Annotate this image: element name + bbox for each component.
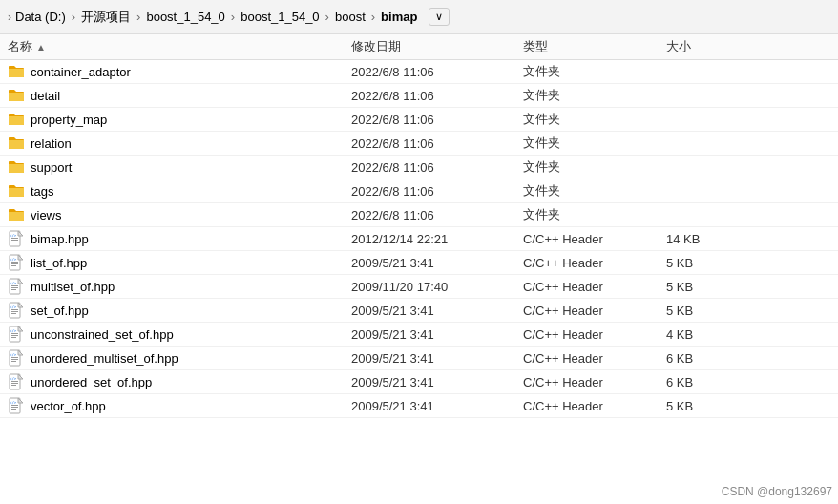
svg-rect-11 <box>11 285 18 286</box>
file-type: C/C++ Header <box>523 304 666 318</box>
sort-arrow-icon: ▲ <box>36 42 46 52</box>
file-name: unordered_multiset_of.hpp <box>31 351 178 366</box>
table-row[interactable]: </> vector_of.hpp 2009/5/21 3:41 C/C++ H… <box>0 394 838 418</box>
watermark: CSDN @dong132697 <box>722 485 832 498</box>
folder-name: views <box>31 208 62 222</box>
svg-text:</>: </> <box>10 304 17 309</box>
table-row[interactable]: </> multiset_of.hpp 2009/11/20 17:40 C/C… <box>0 275 838 299</box>
file-type: C/C++ Header <box>523 232 666 246</box>
folder-date: 2022/6/8 11:06 <box>351 160 523 175</box>
svg-text:</>: </> <box>10 233 17 238</box>
sep4: › <box>325 10 329 24</box>
sep1: › <box>72 10 75 24</box>
svg-rect-7 <box>11 263 18 264</box>
file-date: 2009/11/20 17:40 <box>351 280 523 294</box>
folder-name-cell: tags <box>8 183 351 199</box>
file-icon: </> <box>8 397 25 414</box>
folder-name: tags <box>31 184 54 199</box>
table-row[interactable]: </> unordered_set_of.hpp 2009/5/21 3:41 … <box>0 370 838 394</box>
file-name: unordered_set_of.hpp <box>31 375 152 389</box>
folder-date: 2022/6/8 11:06 <box>351 89 523 103</box>
col-header-date[interactable]: 修改日期 <box>351 38 523 55</box>
file-list: container_adaptor 2022/6/8 11:06 文件夹 det… <box>0 60 838 418</box>
sep2: › <box>136 10 140 24</box>
breadcrumb-boost-inner[interactable]: boost_1_54_0 <box>241 10 319 24</box>
file-icon: </> <box>8 349 25 367</box>
folder-type: 文件夹 <box>523 182 666 200</box>
breadcrumb-boost-root[interactable]: boost_1_54_0 <box>146 10 224 24</box>
col-header-size[interactable]: 大小 <box>666 38 762 55</box>
svg-rect-13 <box>11 289 16 290</box>
folder-name: detail <box>31 89 60 103</box>
file-icon: </> <box>8 326 25 343</box>
file-size: 6 KB <box>666 351 762 366</box>
folder-type: 文件夹 <box>523 111 666 128</box>
table-row[interactable]: </> bimap.hpp 2012/12/14 22:21 C/C++ Hea… <box>0 227 838 251</box>
svg-rect-33 <box>11 385 16 386</box>
file-name: unconstrained_set_of.hpp <box>31 327 174 342</box>
folder-name-cell: support <box>8 159 351 175</box>
file-icon: </> <box>8 254 25 271</box>
breadcrumb-drive[interactable]: Data (D:) <box>15 10 66 24</box>
file-date: 2009/5/21 3:41 <box>351 304 523 318</box>
file-name: set_of.hpp <box>31 304 89 318</box>
folder-name: property_map <box>31 113 107 127</box>
svg-rect-23 <box>11 337 16 338</box>
svg-rect-36 <box>11 405 18 406</box>
file-size: 5 KB <box>666 280 762 294</box>
svg-rect-17 <box>11 311 18 312</box>
table-row[interactable]: </> unordered_multiset_of.hpp 2009/5/21 … <box>0 346 838 370</box>
file-type: C/C++ Header <box>523 256 666 270</box>
breadcrumb-open-source[interactable]: 开源项目 <box>81 9 131 26</box>
file-name-cell: </> multiset_of.hpp <box>8 278 351 295</box>
file-date: 2009/5/21 3:41 <box>351 327 523 342</box>
table-row[interactable]: relation 2022/6/8 11:06 文件夹 <box>0 132 838 156</box>
table-row[interactable]: tags 2022/6/8 11:06 文件夹 <box>0 179 838 203</box>
file-type: C/C++ Header <box>523 280 666 294</box>
folder-icon <box>8 136 25 151</box>
folder-name-cell: property_map <box>8 112 351 127</box>
folder-type: 文件夹 <box>523 158 666 176</box>
folder-icon <box>8 207 25 222</box>
breadcrumb-boost-lib[interactable]: boost <box>335 10 366 24</box>
folder-date: 2022/6/8 11:06 <box>351 184 523 199</box>
svg-rect-2 <box>11 240 18 241</box>
folder-icon <box>8 159 25 175</box>
folder-name-cell: relation <box>8 136 351 151</box>
table-row[interactable]: property_map 2022/6/8 11:06 文件夹 <box>0 108 838 132</box>
sep3: › <box>231 10 235 24</box>
svg-rect-28 <box>11 361 16 362</box>
svg-rect-16 <box>11 309 18 310</box>
file-name: list_of.hpp <box>31 256 87 270</box>
file-name: multiset_of.hpp <box>31 280 115 294</box>
table-row[interactable]: views 2022/6/8 11:06 文件夹 <box>0 203 838 227</box>
svg-rect-12 <box>11 287 18 288</box>
folder-type: 文件夹 <box>523 87 666 104</box>
file-size: 6 KB <box>666 375 762 389</box>
col-header-name[interactable]: 名称 ▲ <box>8 38 351 55</box>
address-dropdown-button[interactable]: ∨ <box>429 8 450 26</box>
table-row[interactable]: </> list_of.hpp 2009/5/21 3:41 C/C++ Hea… <box>0 251 838 275</box>
file-size: 5 KB <box>666 399 762 413</box>
file-name-cell: </> unconstrained_set_of.hpp <box>8 326 351 343</box>
breadcrumb-bimap[interactable]: bimap <box>381 10 417 24</box>
folder-date: 2022/6/8 11:06 <box>351 113 523 127</box>
file-name-cell: </> bimap.hpp <box>8 230 351 247</box>
svg-text:</>: </> <box>10 400 17 405</box>
file-date: 2009/5/21 3:41 <box>351 375 523 389</box>
table-row[interactable]: </> unconstrained_set_of.hpp 2009/5/21 3… <box>0 323 838 346</box>
file-date: 2012/12/14 22:21 <box>351 232 523 246</box>
folder-type: 文件夹 <box>523 206 666 223</box>
svg-text:</>: </> <box>10 328 17 333</box>
file-date: 2009/5/21 3:41 <box>351 351 523 366</box>
file-icon: </> <box>8 278 25 295</box>
folder-name: relation <box>31 136 72 151</box>
file-type: C/C++ Header <box>523 351 666 366</box>
table-row[interactable]: container_adaptor 2022/6/8 11:06 文件夹 <box>0 60 838 84</box>
table-row[interactable]: detail 2022/6/8 11:06 文件夹 <box>0 84 838 108</box>
table-row[interactable]: support 2022/6/8 11:06 文件夹 <box>0 156 838 179</box>
col-header-type[interactable]: 类型 <box>523 38 666 55</box>
file-size: 14 KB <box>666 232 762 246</box>
file-type: C/C++ Header <box>523 327 666 342</box>
table-row[interactable]: </> set_of.hpp 2009/5/21 3:41 C/C++ Head… <box>0 299 838 323</box>
